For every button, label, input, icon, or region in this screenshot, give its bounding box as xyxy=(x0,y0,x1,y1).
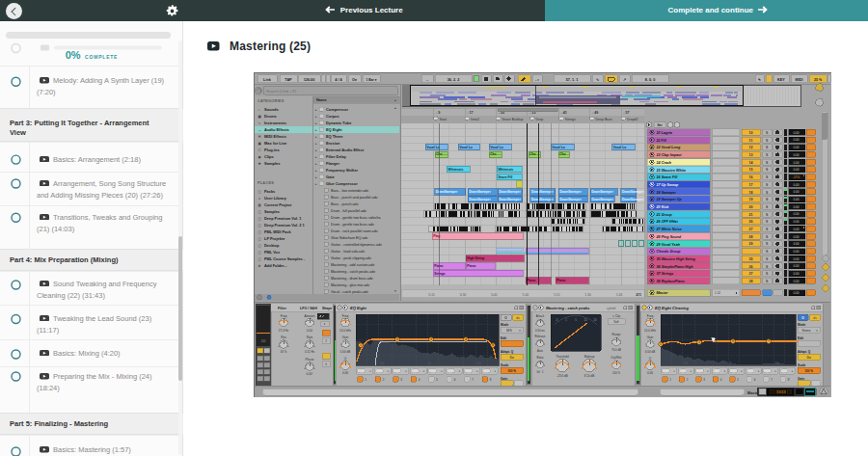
svg-text:Mastering - drum buss.adv: Mastering - drum buss.adv xyxy=(331,277,373,281)
svg-text:8. 0. 0: 8. 0. 0 xyxy=(645,78,656,82)
svg-text:0.00: 0.00 xyxy=(793,205,799,209)
svg-text:35 Massive High String: 35 Massive High String xyxy=(657,257,696,261)
svg-text:19: 19 xyxy=(749,198,753,201)
svg-text:Sounds: Sounds xyxy=(264,107,279,112)
svg-text:Whitenois: Whitenois xyxy=(448,168,464,172)
svg-text:100 %: 100 % xyxy=(507,369,516,373)
svg-text:∿: ∿ xyxy=(258,121,261,125)
svg-text:19 Sweeper Up: 19 Sweeper Up xyxy=(657,198,683,201)
svg-text:100: 100 xyxy=(261,339,266,343)
svg-text:Makeup: Makeup xyxy=(584,355,595,359)
svg-text:20: 20 xyxy=(749,205,753,209)
svg-text:13 Clap Impact: 13 Clap Impact xyxy=(657,153,683,157)
svg-text:37: 37 xyxy=(749,272,753,276)
svg-text:Drum - gentle two buss sidecha: Drum - gentle two buss sidecha xyxy=(331,216,382,220)
svg-text:Stereo: Stereo xyxy=(802,329,811,333)
svg-text:12: 12 xyxy=(749,146,753,149)
svg-text:14 Crash: 14 Crash xyxy=(657,161,672,165)
svg-text:Mastering - catch peaks: Mastering - catch peaks xyxy=(546,306,590,310)
svg-text:0.00: 0.00 xyxy=(793,272,799,276)
svg-text:Piano: Piano xyxy=(556,279,565,282)
svg-text:Snare Fill: Snare Fill xyxy=(498,175,512,179)
svg-text:Threshold: Threshold xyxy=(556,355,569,359)
svg-text:dis: dis xyxy=(516,316,520,320)
svg-text:Samples: Samples xyxy=(264,209,280,214)
svg-text:. 41: . 41 xyxy=(561,111,567,115)
svg-text:27 White Noise: 27 White Noise xyxy=(656,228,682,231)
svg-text:Drums: Drums xyxy=(264,114,277,119)
svg-text:Current Project: Current Project xyxy=(264,202,292,207)
svg-text:▢: ▢ xyxy=(258,224,261,228)
svg-text:20 Kick: 20 Kick xyxy=(656,205,670,209)
svg-text:0.00: 0.00 xyxy=(793,212,799,216)
svg-text:'1.00: '1.00 xyxy=(522,293,529,297)
svg-text:1-12: 1-12 xyxy=(715,291,720,295)
svg-text:DownSweeper: DownSweeper xyxy=(622,190,644,194)
svg-text:PLACES: PLACES xyxy=(258,180,274,185)
svg-text:25 %: 25 % xyxy=(814,78,823,82)
svg-text:Freq: Freq xyxy=(281,314,287,318)
svg-text:Erosion: Erosion xyxy=(326,141,340,146)
svg-text:Flanger: Flanger xyxy=(326,161,340,166)
svg-text:18: 18 xyxy=(749,191,753,195)
svg-text:Packs: Packs xyxy=(264,189,275,194)
svg-text:0.00: 0.00 xyxy=(793,131,799,135)
svg-text:8.10 dB: 8.10 dB xyxy=(584,374,594,378)
svg-text:▢: ▢ xyxy=(258,244,261,248)
svg-text:Inf : 1: Inf : 1 xyxy=(537,370,544,374)
svg-text:DownSweeper: DownSweeper xyxy=(559,198,582,201)
svg-text:Adapt. Q: Adapt. Q xyxy=(798,350,811,354)
svg-text:70.0 dB: 70.0 dB xyxy=(611,348,621,352)
svg-text:DownSweeper: DownSweeper xyxy=(591,190,613,194)
svg-text:15: 15 xyxy=(749,168,753,172)
svg-text:36. 2. 2: 36. 2. 2 xyxy=(448,78,460,82)
svg-text:Drum - full parallel.adv: Drum - full parallel.adv xyxy=(331,209,366,213)
svg-text:DownSweeper: DownSweeper xyxy=(531,198,554,201)
svg-text:▾: ▾ xyxy=(394,289,396,293)
svg-text:DownSweeper: DownSweeper xyxy=(622,198,644,201)
svg-text:▢: ▢ xyxy=(258,251,261,255)
svg-text:'0.15: '0.15 xyxy=(428,293,435,297)
svg-text:26 OFF HHat: 26 OFF HHat xyxy=(656,220,679,224)
svg-text:↔: ↔ xyxy=(258,128,262,132)
svg-text:☰: ☰ xyxy=(258,135,261,139)
svg-text:0.00: 0.00 xyxy=(793,146,799,149)
svg-text:LFO / S&H: LFO / S&H xyxy=(300,307,317,310)
svg-text:▪ ▾: ▪ ▾ xyxy=(535,78,539,82)
svg-text:Vocal Lo: Vocal Lo xyxy=(613,146,627,149)
svg-text:Audio Effects: Audio Effects xyxy=(264,127,290,132)
svg-text:0.00: 0.00 xyxy=(793,138,799,142)
svg-text:10: 10 xyxy=(749,131,753,135)
svg-text:15 Massive White: 15 Massive White xyxy=(657,169,687,173)
svg-text:. 17: . 17 xyxy=(468,111,474,115)
svg-text:EQ Eight: EQ Eight xyxy=(350,306,367,310)
svg-text:16 Snare Fill: 16 Snare Fill xyxy=(657,175,679,179)
svg-text:◉: ◉ xyxy=(258,155,261,159)
svg-text:0.00: 0.00 xyxy=(793,190,799,194)
svg-text:Guitar - lead solo.adv: Guitar - lead solo.adv xyxy=(331,250,365,254)
svg-text:Plug-ins: Plug-ins xyxy=(264,148,281,152)
svg-text:DownSweeper: DownSweeper xyxy=(591,198,613,201)
svg-text:Mode: Mode xyxy=(501,323,509,327)
svg-text:-3: -3 xyxy=(556,318,558,322)
svg-text:Vocal Lo: Vocal Lo xyxy=(459,146,473,149)
svg-text:Edit: Edit xyxy=(798,336,804,340)
svg-text:0.11 Hz: 0.11 Hz xyxy=(305,350,315,354)
svg-text:0.30 ms: 0.30 ms xyxy=(535,329,546,333)
svg-text:Edit: Edit xyxy=(501,336,507,340)
svg-text:Auto: Auto xyxy=(537,349,543,353)
svg-text:Scale: Scale xyxy=(501,363,509,367)
svg-text:User Library: User Library xyxy=(264,196,287,201)
svg-text:Deep Bass: Deep Bass xyxy=(596,118,612,121)
svg-text:0.00: 0.00 xyxy=(793,291,799,295)
svg-text:▢: ▢ xyxy=(258,210,261,214)
svg-text:35: 35 xyxy=(749,257,753,261)
svg-text:Guitar - peak clipping.adv: Guitar - peak clipping.adv xyxy=(331,256,371,260)
svg-text:MIDI Effects: MIDI Effects xyxy=(264,134,287,139)
svg-text:LP Projekte: LP Projekte xyxy=(264,236,285,241)
svg-text:Shape: Shape xyxy=(322,307,332,310)
svg-text:27.4 Hz: 27.4 Hz xyxy=(279,329,289,333)
svg-text:Gate: Gate xyxy=(326,174,335,179)
svg-text:16: 16 xyxy=(749,175,753,179)
svg-text:Strings: Strings xyxy=(434,272,446,276)
